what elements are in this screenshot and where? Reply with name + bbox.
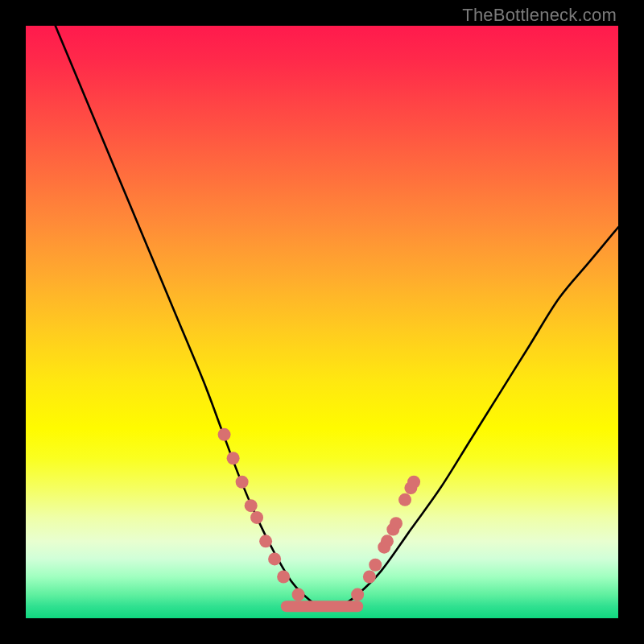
data-point (398, 493, 411, 506)
data-point (227, 452, 240, 464)
chart-svg (26, 26, 618, 618)
data-point (218, 428, 231, 441)
data-point (363, 570, 376, 583)
watermark-text: TheBottleneck.com (462, 5, 617, 26)
chart-container: TheBottleneck.com (0, 0, 644, 644)
data-point-markers (218, 428, 421, 601)
data-point (245, 499, 258, 512)
curve-line-group (56, 26, 618, 608)
data-point (268, 552, 281, 565)
data-point (250, 511, 263, 524)
data-point (259, 535, 272, 547)
data-point (381, 535, 394, 547)
data-point (369, 559, 382, 572)
bottleneck-curve (56, 26, 618, 608)
plot-area (26, 26, 618, 618)
data-point (407, 476, 420, 489)
data-point (292, 588, 305, 601)
data-point (236, 476, 249, 489)
data-point (351, 588, 364, 601)
data-point (277, 570, 290, 583)
data-point (390, 517, 402, 530)
